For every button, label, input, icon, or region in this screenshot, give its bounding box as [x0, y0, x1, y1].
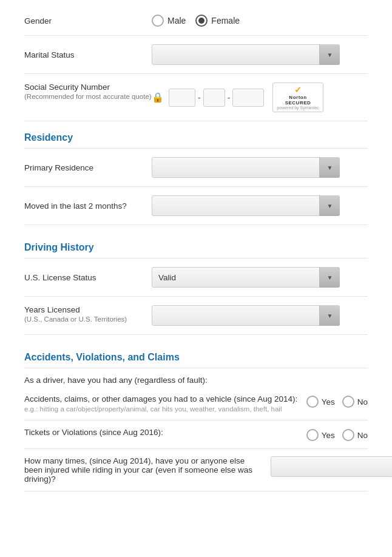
primary-residence-select[interactable]: [152, 157, 340, 178]
injury-question-row: How many times, (since Aug 2014), have y…: [24, 449, 368, 491]
years-licensed-label-col: Years Licensed (U.S., Canada or U.S. Ter…: [24, 305, 152, 323]
ssn-label: Social Security Number: [24, 83, 152, 92]
tickets-yes-label: Yes: [322, 431, 335, 440]
gender-female-label: Female: [211, 16, 240, 25]
accidents-yes-no-group: Yes No: [306, 394, 368, 408]
accidents-no-circle: [342, 396, 354, 408]
gender-control: Male Female: [152, 15, 368, 27]
ssn-group: 🔒 - - ✓ Norton SECURED powered by Symant…: [152, 83, 323, 112]
injury-question: How many times, (since Aug 2014), have y…: [24, 456, 368, 484]
accidents-yes-circle: [306, 396, 319, 408]
injury-question-text: How many times, (since Aug 2014), have y…: [24, 456, 265, 484]
ssn-field-2[interactable]: [203, 89, 225, 107]
moved-recently-select-wrapper: [152, 195, 340, 216]
form-container: Gender Male Female Marital Status: [0, 0, 392, 504]
tickets-yes-no-group: Yes No: [306, 428, 368, 441]
license-status-row: U.S. License Status Valid: [24, 258, 368, 297]
years-licensed-select-wrapper: [152, 305, 340, 326]
injury-select-col: [271, 456, 368, 477]
tickets-no-option[interactable]: No: [342, 429, 368, 441]
ssn-dash-2: -: [228, 93, 231, 103]
accidents-question-sub: e.g.: hitting a car/object/property/anim…: [24, 405, 300, 413]
tickets-no-circle: [342, 429, 354, 441]
years-licensed-label: Years Licensed: [24, 305, 152, 314]
tickets-yes-option[interactable]: Yes: [306, 429, 335, 441]
ssn-control: 🔒 - - ✓ Norton SECURED powered by Symant…: [152, 83, 368, 112]
ssn-label-col: Social Security Number (Recommended for …: [24, 83, 152, 100]
accidents-yes-label: Yes: [322, 397, 335, 407]
accidents-no-label: No: [357, 397, 368, 407]
primary-residence-label: Primary Residence: [24, 163, 152, 172]
gender-male-label: Male: [167, 16, 186, 25]
marital-status-select-wrapper: [152, 44, 340, 65]
injury-question-main: How many times, (since Aug 2014), have y…: [24, 456, 265, 484]
primary-residence-control: [152, 157, 368, 178]
driving-history-section-title: Driving History: [24, 242, 94, 252]
years-licensed-sublabel: (U.S., Canada or U.S. Territories): [24, 316, 152, 323]
lock-icon: 🔒: [152, 92, 164, 103]
norton-box: ✓ Norton SECURED powered by Symantec: [272, 83, 323, 112]
accidents-section-title: Accidents, Violations, and Claims: [24, 352, 180, 362]
tickets-question: Tickets or Violations (since Aug 2016): …: [24, 428, 368, 441]
injury-select-wrapper: [271, 456, 392, 477]
tickets-no-label: No: [357, 431, 368, 440]
marital-status-label: Marital Status: [24, 50, 152, 59]
gender-radio-group: Male Female: [152, 15, 240, 27]
license-status-label: U.S. License Status: [24, 273, 152, 282]
residency-section-title: Residency: [24, 132, 73, 143]
ssn-sublabel: (Recommended for most accurate quote): [24, 93, 152, 100]
accidents-question-row: Accidents, claims, or other damages you …: [24, 387, 368, 420]
gender-male-circle: [152, 15, 164, 27]
tickets-question-row: Tickets or Violations (since Aug 2016): …: [24, 420, 368, 449]
moved-recently-control: [152, 195, 368, 216]
years-licensed-select[interactable]: [152, 305, 340, 326]
gender-label: Gender: [24, 16, 152, 25]
tickets-yes-circle: [306, 429, 319, 441]
gender-female-option[interactable]: Female: [195, 15, 240, 27]
norton-badge: ✓ Norton SECURED powered by Symantec: [272, 83, 323, 112]
tickets-question-main: Tickets or Violations (since Aug 2016):: [24, 428, 300, 437]
moved-recently-label: Moved in the last 2 months?: [24, 201, 152, 211]
license-status-select[interactable]: Valid: [152, 267, 340, 288]
marital-status-row: Marital Status: [24, 36, 368, 74]
moved-recently-select[interactable]: [152, 195, 340, 216]
accidents-question-main: Accidents, claims, or other damages you …: [24, 394, 300, 403]
primary-residence-row: Primary Residence: [24, 149, 368, 187]
ssn-field-3[interactable]: [232, 89, 264, 107]
years-licensed-row: Years Licensed (U.S., Canada or U.S. Ter…: [24, 297, 368, 335]
gender-female-circle: [195, 15, 208, 27]
norton-check-icon: ✓: [294, 85, 302, 95]
tickets-question-text: Tickets or Violations (since Aug 2016):: [24, 428, 300, 437]
accidents-no-option[interactable]: No: [342, 396, 368, 408]
license-status-control: Valid: [152, 267, 368, 288]
driving-history-section-header: Driving History: [24, 231, 368, 258]
norton-brand: Norton: [289, 95, 306, 100]
years-licensed-control: [152, 305, 368, 326]
injury-select[interactable]: [271, 456, 392, 477]
marital-status-control: [152, 44, 368, 65]
license-status-select-wrapper: Valid: [152, 267, 340, 288]
primary-residence-select-wrapper: [152, 157, 340, 178]
accidents-intro: As a driver, have you had any (regardles…: [24, 368, 368, 387]
norton-powered: powered by Symantec: [277, 106, 319, 110]
accidents-section-header: Accidents, Violations, and Claims: [24, 341, 368, 368]
ssn-field-1[interactable]: [169, 89, 195, 107]
accidents-question: Accidents, claims, or other damages you …: [24, 394, 368, 413]
ssn-row: Social Security Number (Recommended for …: [24, 74, 368, 121]
norton-secured: SECURED: [285, 100, 311, 106]
residency-section-header: Residency: [24, 121, 368, 149]
accidents-question-text: Accidents, claims, or other damages you …: [24, 394, 300, 413]
ssn-dash-1: -: [198, 93, 201, 103]
moved-recently-row: Moved in the last 2 months?: [24, 187, 368, 225]
gender-row: Gender Male Female: [24, 6, 368, 36]
gender-male-option[interactable]: Male: [152, 15, 186, 27]
marital-status-select[interactable]: [152, 44, 340, 65]
accidents-yes-option[interactable]: Yes: [306, 396, 335, 408]
